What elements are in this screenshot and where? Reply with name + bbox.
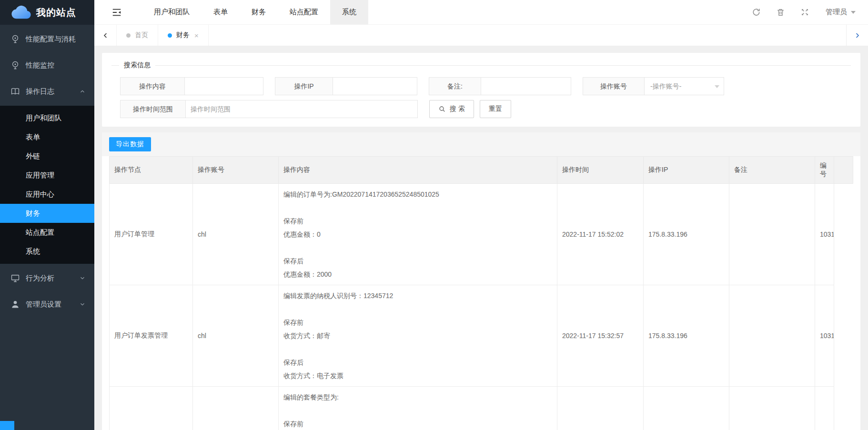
sidebar-item-behavior-analysis[interactable]: 行为分析 — [0, 266, 94, 290]
cell-remark — [729, 387, 815, 430]
user-name: 管理员 — [826, 8, 847, 17]
field-operation-account: 操作账号 -操作账号- — [583, 77, 724, 95]
cell-time: 2022-11-17 15:32:57 — [557, 285, 644, 387]
cell-account: chl — [193, 184, 279, 285]
content-line: 收货方式：邮寄 — [283, 329, 552, 342]
cell-node: 用户订单发票管理 — [110, 285, 193, 387]
operation-ip-label: 操作IP — [275, 77, 333, 95]
sidebar-subitem[interactable]: 站点配置 — [0, 223, 94, 242]
sidebar-item-label: 行为分析 — [26, 274, 54, 283]
cell-content: 编辑的订单号为:GM20220714172036525248501025保存前优… — [279, 184, 557, 285]
column-header — [834, 157, 853, 184]
content-line: 优惠金额：0 — [283, 228, 552, 241]
operation-content-label: 操作内容 — [120, 77, 185, 95]
sidebar-subitem[interactable]: 用户和团队 — [0, 109, 94, 128]
content-line: 收货方式：电子发票 — [283, 369, 552, 382]
nav-item[interactable]: 用户和团队 — [142, 0, 202, 24]
content-line: 保存前 — [283, 214, 552, 228]
brand[interactable]: 我的站点 — [0, 0, 94, 25]
tab-dot-icon — [168, 33, 172, 38]
operation-account-selected-value: -操作账号- — [650, 82, 681, 90]
operation-content-input[interactable] — [184, 77, 263, 95]
reset-button-label: 重置 — [489, 105, 502, 113]
nav-item[interactable]: 站点配置 — [278, 0, 330, 24]
user-menu[interactable]: 管理员 — [826, 8, 856, 17]
cell-id — [815, 387, 834, 430]
table-toolbar: 导出数据 — [102, 132, 860, 156]
chevron-down-icon — [715, 85, 719, 90]
sidebar-item-label: 性能监控 — [26, 61, 54, 70]
column-header: 编号 — [815, 157, 834, 184]
reset-button[interactable]: 重置 — [480, 100, 511, 118]
sidebar-subitem[interactable]: 系统 — [0, 242, 94, 261]
tab-dot-icon — [126, 33, 131, 38]
nav-item[interactable]: 表单 — [202, 0, 240, 24]
header: 用户和团队表单财务站点配置系统 管理员 — [94, 0, 868, 25]
sidebar-subitem[interactable]: 应用管理 — [0, 166, 94, 185]
nav-item[interactable]: 财务 — [240, 0, 278, 24]
sidebar-item-performance-monitor[interactable]: 性能监控 — [0, 53, 94, 77]
cell-remark — [729, 285, 815, 387]
cell-content: 编辑的套餐类型为:保存前套餐名称: — [279, 387, 557, 430]
sidebar-bottom-accent[interactable] — [0, 421, 14, 430]
sidebar-item-label: 性能配置与消耗 — [26, 35, 76, 44]
tab[interactable]: 首页 — [116, 25, 158, 46]
operation-account-select[interactable]: -操作账号- — [644, 77, 724, 95]
column-header: 备注 — [729, 157, 815, 184]
trash-icon[interactable] — [776, 8, 785, 17]
cell-id: 10317 — [815, 184, 834, 285]
top-nav: 用户和团队表单财务站点配置系统 — [142, 0, 368, 24]
collapse-menu-icon[interactable] — [111, 7, 122, 18]
tabs-scroll-right[interactable] — [846, 25, 868, 46]
field-remark: 备注: — [429, 77, 571, 95]
sidebar-subitem[interactable]: 财务 — [0, 204, 94, 223]
cell-remark — [729, 184, 815, 285]
tab[interactable]: 财务 × — [158, 25, 209, 46]
search-panel-title: 搜索信息 — [119, 61, 155, 70]
table-header-row: 操作节点操作账号操作内容操作时间操作IP备注编号 — [110, 157, 853, 184]
chevron-up-icon — [79, 88, 86, 95]
cell-time — [557, 387, 644, 430]
time-range-input[interactable] — [185, 100, 418, 118]
sidebar-subitem[interactable]: 表单 — [0, 128, 94, 147]
operation-ip-input[interactable] — [333, 77, 417, 95]
content-line — [283, 342, 552, 356]
content-line: 编辑的订单号为:GM20220714172036525248501025 — [283, 188, 552, 201]
content-line: 编辑的套餐类型为: — [283, 390, 552, 404]
cell-ip — [644, 387, 729, 430]
sidebar-subitem[interactable]: 应用中心 — [0, 185, 94, 204]
monitor-icon — [10, 273, 20, 283]
chevron-down-icon — [79, 275, 86, 281]
search-button-label: 搜 索 — [450, 105, 465, 113]
operation-log-table: 操作节点操作账号操作内容操作时间操作IP备注编号 用户订单管理 chl 编辑的订… — [109, 156, 853, 430]
export-data-button[interactable]: 导出数据 — [109, 137, 151, 151]
cell-account: chl — [193, 285, 279, 387]
close-icon[interactable]: × — [194, 31, 199, 40]
broadcast-icon — [10, 34, 20, 44]
sidebar-menu: 性能配置与消耗 性能监控 操作日志 用户和团队表单外链应用管理应用中心财务站点配… — [0, 27, 94, 316]
search-button[interactable]: 搜 索 — [429, 100, 474, 118]
column-header: 操作节点 — [110, 157, 193, 184]
sidebar-subitem[interactable]: 外链 — [0, 147, 94, 166]
tabs: 首页 财务 × — [116, 25, 209, 46]
sidebar-item-performance-config[interactable]: 性能配置与消耗 — [0, 27, 94, 51]
chevron-down-icon — [79, 301, 86, 308]
time-range-label: 操作时间范围 — [120, 100, 186, 118]
refresh-icon[interactable] — [752, 8, 761, 17]
field-operation-ip: 操作IP — [275, 77, 417, 95]
fullscreen-icon[interactable] — [800, 8, 809, 17]
content: 搜索信息 操作内容 操作IP 备注: 操作账号 -操作 — [94, 46, 868, 430]
sidebar-item-admin-settings[interactable]: 管理员设置 — [0, 292, 94, 316]
table-row: 用户订单管理 chl 编辑的订单号为:GM2022071417203652524… — [110, 184, 853, 285]
tab-label: 财务 — [176, 31, 190, 40]
remark-input[interactable] — [481, 77, 571, 95]
content-line — [283, 404, 552, 417]
content-line: 保存后 — [283, 356, 552, 369]
tabs-scroll-left[interactable] — [94, 25, 116, 46]
column-header: 操作时间 — [557, 157, 644, 184]
nav-item[interactable]: 系统 — [330, 0, 368, 24]
table-body: 用户订单管理 chl 编辑的订单号为:GM2022071417203652524… — [110, 184, 853, 430]
sidebar-item-operation-logs[interactable]: 操作日志 — [0, 80, 94, 103]
sidebar-item-label: 操作日志 — [26, 87, 54, 96]
search-icon — [438, 105, 446, 113]
